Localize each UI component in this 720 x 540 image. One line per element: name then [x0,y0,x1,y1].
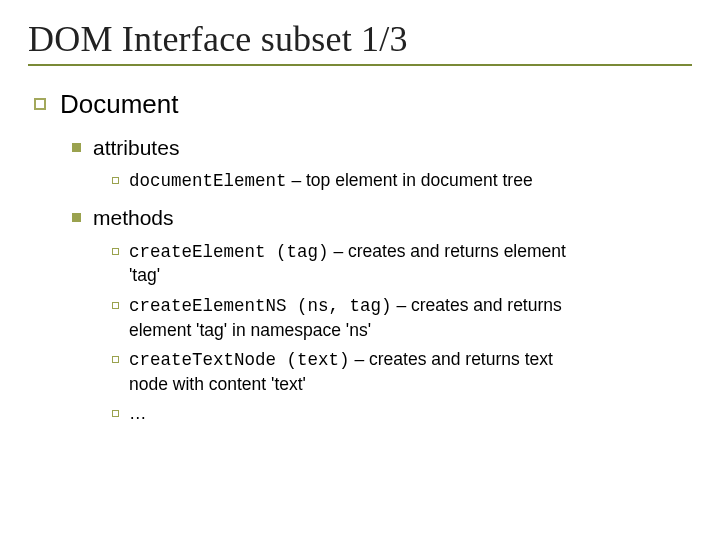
list-item: createTextNode (text) – creates and retu… [112,348,692,396]
square-tiny-icon [112,248,119,255]
square-hollow-icon [34,98,46,110]
square-solid-icon [72,213,81,222]
square-tiny-icon [112,356,119,363]
list-item: createElementNS (ns, tag) – creates and … [112,294,692,342]
list-item: … [112,402,692,426]
attr-documentElement: documentElement – top element in documen… [129,169,533,194]
desc-text: – creates and returns text [350,349,553,369]
list-item: createElement (tag) – creates and return… [112,240,692,288]
title-underline [28,64,692,66]
method-createElementNS: createElementNS (ns, tag) – creates and … [129,294,562,342]
slide-title: DOM Interface subset 1/3 [28,18,692,60]
square-tiny-icon [112,410,119,417]
desc-text: – creates and returns [392,295,562,315]
level1-label: Document [60,88,179,121]
desc-text-line2: node with content 'text' [129,374,306,394]
desc-text-line2: element 'tag' in namespace 'ns' [129,320,371,340]
desc-text: – creates and returns element [329,241,566,261]
desc-text-line2: 'tag' [129,265,160,285]
square-tiny-icon [112,177,119,184]
list-item: documentElement – top element in documen… [112,169,692,194]
method-createTextNode: createTextNode (text) – creates and retu… [129,348,553,396]
level2-attributes-label: attributes [93,135,179,161]
code-text: documentElement [129,171,287,191]
method-createElement: createElement (tag) – creates and return… [129,240,566,288]
code-text: createElementNS (ns, tag) [129,296,392,316]
square-tiny-icon [112,302,119,309]
code-text: createTextNode (text) [129,350,350,370]
code-text: createElement (tag) [129,242,329,262]
level2-methods-label: methods [93,205,174,231]
list-item-document: Document [34,88,692,121]
method-more: … [129,402,147,426]
desc-text: – top element in document tree [287,170,533,190]
list-item-methods: methods [72,205,692,231]
slide: DOM Interface subset 1/3 Document attrib… [0,0,720,540]
square-solid-icon [72,143,81,152]
list-item-attributes: attributes [72,135,692,161]
